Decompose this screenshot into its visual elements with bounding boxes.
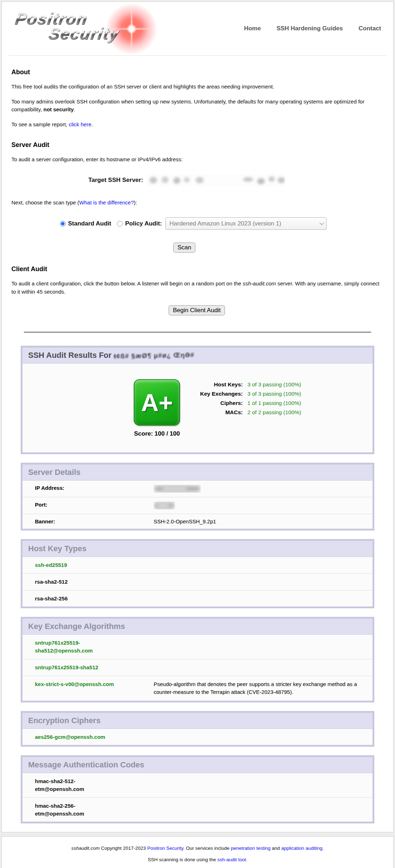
policy-select[interactable]: Hardened Amazon Linux 2023 (version 1) [165, 217, 327, 230]
redacted-ip-address [154, 485, 201, 493]
scan-type-row: Standard Audit Policy Audit: Hardened Am… [3, 217, 384, 230]
host-key-types-panel: Host Key Types ssh-ed25519 rsa-sha2-512 … [21, 539, 374, 608]
section-divider [24, 332, 371, 333]
policy-audit-radio[interactable] [117, 221, 123, 227]
algorithm-name: hmac-sha2-512-etm@openssh.com [35, 777, 119, 793]
key-exchange-title: Key Exchange Algorithms [22, 619, 373, 635]
table-row: aes256-gcm@openssh.com [22, 729, 373, 745]
table-row: hmac-sha2-512-etm@openssh.com [22, 773, 373, 797]
about-paragraph-2: Too many admins overlook SSH configurati… [11, 98, 384, 114]
server-audit-intro: To audit a server configuration, enter i… [11, 156, 384, 164]
page: Positron Security Home SSH Hardening Gui… [0, 1, 395, 868]
redacted-hostname: ŧ¢ß# §æØ¶ µ#ø¿ ŒŋƏ# [114, 351, 195, 360]
site-header: Positron Security Home SSH Hardening Gui… [2, 2, 393, 55]
what-is-the-difference-link[interactable]: What is the difference? [79, 199, 134, 205]
key-exchange-table: sntrup761x25519-sha512@openssh.com sntru… [22, 635, 373, 700]
standard-audit-label[interactable]: Standard Audit [68, 220, 111, 227]
encryption-ciphers-panel: Encryption Ciphers aes256-gcm@openssh.co… [21, 711, 374, 747]
stat-row: Host Keys: 3 of 3 passing (100%) [200, 380, 301, 389]
algorithm-note [144, 659, 373, 676]
server-details-table: IP Address: Port: Banner: SSH-2.0-OpenSS… [22, 481, 373, 529]
begin-client-audit-button[interactable]: Begin Client Audit [169, 305, 225, 315]
main-nav: Home SSH Hardening Guides Contact [244, 25, 381, 32]
stat-label: Ciphers: [200, 399, 243, 408]
policy-select-value: Hardened Amazon Linux 2023 (version 1) [169, 220, 281, 227]
stat-value: 1 of 1 passing (100%) [243, 399, 301, 408]
stat-value: 2 of 2 passing (100%) [243, 408, 301, 417]
footer-line2: SSH scanning is done using the ssh-audit… [12, 857, 383, 862]
algorithm-note [144, 635, 373, 659]
application-auditing-link[interactable]: application auditing [281, 846, 323, 851]
positron-security-logo[interactable]: Positron Security [10, 5, 146, 52]
target-ssh-server-label: Target SSH Server: [88, 177, 143, 184]
algorithm-name: rsa-sha2-256 [35, 595, 68, 603]
about-paragraph-3: To see a sample report, click here. [11, 121, 384, 129]
nav-link-home[interactable]: Home [244, 25, 261, 32]
about-paragraph-1: This free tool audits the configuration … [11, 83, 384, 91]
policy-audit-label[interactable]: Policy Audit: [125, 220, 162, 227]
standard-audit-radio[interactable] [60, 221, 66, 227]
client-audit-heading: Client Audit [11, 265, 384, 273]
table-row: sntrup761x25519-sha512 [22, 659, 373, 676]
algorithm-name: sntrup761x25519-sha512@openssh.com [35, 639, 119, 655]
table-row: Banner: SSH-2.0-OpenSSH_9.2p1 [22, 514, 373, 529]
footer-line1: sshaudit.com Copyright 2017-2023 Positro… [12, 846, 383, 851]
table-row: kex-strict-s-v00@openssh.com Pseudo-algo… [22, 676, 373, 701]
not-security-bold: not security [43, 106, 74, 112]
header-divider [8, 55, 387, 56]
table-row: ssh-ed25519 [22, 557, 373, 573]
row-value [144, 481, 373, 497]
host-key-types-table: ssh-ed25519 rsa-sha2-512 rsa-sha2-256 [22, 557, 373, 606]
sample-report-link[interactable]: click here [69, 121, 91, 127]
client-audit-text: To audit a client configuration, click t… [11, 280, 384, 296]
positron-security-link[interactable]: Positron Security [147, 846, 183, 851]
server-audit-heading: Server Audit [11, 141, 384, 149]
algorithm-name: rsa-sha2-512 [35, 578, 68, 586]
stat-label: Key Exchanges: [200, 389, 243, 399]
row-value [144, 497, 373, 514]
stat-row: Key Exchanges: 3 of 3 passing (100%) [200, 389, 301, 399]
algorithm-name: sntrup761x25519-sha512 [35, 664, 98, 671]
host-key-types-title: Host Key Types [22, 541, 373, 557]
footer: sshaudit.com Copyright 2017-2023 Positro… [1, 836, 394, 868]
target-ssh-server-input[interactable] [145, 174, 285, 187]
ssh-audit-tool-link[interactable]: ssh-audit tool [217, 857, 246, 862]
row-label: Banner: [22, 514, 144, 529]
algorithm-name: kex-strict-s-v00@openssh.com [35, 680, 114, 688]
algorithm-note: Pseudo-algorithm that denotes the peer s… [144, 676, 373, 701]
logo-line2: Security [47, 24, 121, 43]
macs-title: Message Authentication Codes [22, 757, 373, 773]
content: About This free tool audits the configur… [2, 68, 393, 315]
ssh-audit-com-italic: ssh-audit.com [243, 280, 276, 286]
scan-type-text: Next, choose the scan type (What is the … [11, 199, 384, 207]
server-details-panel: Server Details IP Address: Port: Banner:… [21, 463, 374, 531]
table-row: hmac-sha2-256-etm@openssh.com [22, 797, 373, 822]
stat-label: Host Keys: [200, 380, 243, 389]
results-panel-title: SSH Audit Results For ŧ¢ß# §æØ¶ µ#ø¿ ŒŋƏ… [22, 347, 373, 364]
algorithm-name: ssh-ed25519 [35, 561, 67, 569]
redacted-port [154, 502, 175, 509]
nav-link-contact[interactable]: Contact [359, 25, 381, 32]
algorithm-name: hmac-sha2-256-etm@openssh.com [35, 802, 119, 818]
score-text: Score: 100 / 100 [134, 430, 180, 437]
table-row: sntrup761x25519-sha512@openssh.com [22, 635, 373, 659]
redacted-input-value [145, 174, 285, 187]
nav-link-ssh-hardening-guides[interactable]: SSH Hardening Guides [277, 25, 343, 32]
algorithm-name: aes256-gcm@openssh.com [35, 733, 105, 741]
stat-value: 3 of 3 passing (100%) [243, 380, 301, 389]
grade-column: A+ Score: 100 / 100 [134, 379, 180, 437]
table-row: rsa-sha2-256 [22, 590, 373, 606]
stat-row: MACs: 2 of 2 passing (100%) [200, 408, 301, 417]
penetration-testing-link[interactable]: penetration testing [231, 846, 271, 851]
results-body: A+ Score: 100 / 100 Host Keys: 3 of 3 pa… [22, 364, 373, 452]
macs-panel: Message Authentication Codes hmac-sha2-5… [21, 755, 374, 823]
scan-button[interactable]: Scan [173, 243, 196, 253]
results-panel: SSH Audit Results For ŧ¢ß# §æØ¶ µ#ø¿ ŒŋƏ… [21, 346, 374, 454]
chevron-down-icon [319, 220, 324, 225]
row-label: Port: [22, 497, 144, 514]
table-row: IP Address: [22, 481, 373, 497]
grade-badge: A+ [134, 379, 180, 426]
encryption-ciphers-title: Encryption Ciphers [22, 713, 373, 729]
table-row: rsa-sha2-512 [22, 573, 373, 590]
footer-site-name: sshaudit.com [71, 846, 100, 851]
